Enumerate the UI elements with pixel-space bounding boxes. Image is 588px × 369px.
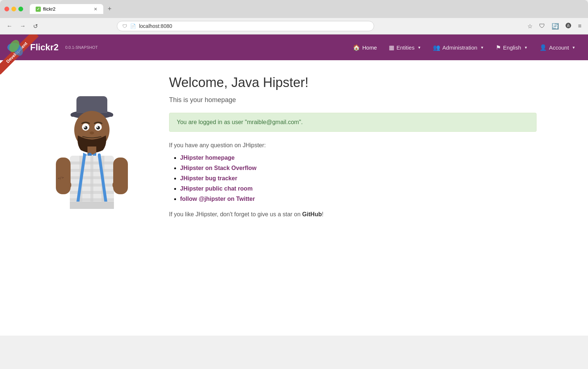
svg-rect-33 <box>70 202 114 209</box>
brand-name: Flickr2 <box>30 42 58 53</box>
traffic-lights <box>4 7 23 11</box>
navbar-brand[interactable]: Flickr2 0.0.1-SNAPSHOT <box>7 38 98 57</box>
pocket-button[interactable]: 🛡 <box>537 21 547 31</box>
browser-chrome: flickr2 ✕ + ← → ↺ 🛡 📄 localhost:8080 ☆ 🛡… <box>0 0 588 35</box>
github-link[interactable]: GitHub <box>302 211 322 217</box>
svg-point-12 <box>97 126 98 128</box>
github-prefix: If you like JHipster, don't forget to gi… <box>169 211 302 217</box>
language-icon: ⚑ <box>496 44 501 51</box>
page-icon: 📄 <box>130 23 136 29</box>
language-dropdown-arrow: ▼ <box>524 46 528 50</box>
maximize-window-button[interactable] <box>18 7 23 11</box>
browser-toolbar: ← → ↺ 🛡 📄 localhost:8080 ☆ 🛡 🔄 🅐 ≡ <box>0 18 588 35</box>
url-text: localhost:8080 <box>139 23 369 29</box>
nav-language-label: English <box>503 44 521 51</box>
nav-home[interactable]: 🏠 Home <box>348 41 382 54</box>
logged-in-message: You are logged in as user "mraible@gmail… <box>177 119 303 125</box>
tab-close-button[interactable]: ✕ <box>94 7 97 12</box>
content-area: Welcome, Java Hipster! This is your home… <box>169 71 537 227</box>
active-tab[interactable]: flickr2 ✕ <box>30 4 103 14</box>
extension-button[interactable]: 🅐 <box>563 21 574 31</box>
titlebar: flickr2 ✕ + <box>0 0 588 18</box>
svg-point-11 <box>84 126 86 128</box>
svg-point-30 <box>60 180 71 190</box>
jhipster-chatroom-link[interactable]: JHipster public chat room <box>180 185 252 192</box>
home-icon: 🏠 <box>353 44 360 51</box>
jhipster-bugtracker-link[interactable]: JHipster bug tracker <box>180 175 237 181</box>
nav-administration-label: Administration <box>442 44 477 51</box>
question-text: If you have any question on JHipster: <box>169 142 537 149</box>
github-text: If you like JHipster, don't forget to gi… <box>169 211 537 218</box>
nav-account[interactable]: 👤 Account ▼ <box>534 41 581 54</box>
back-button[interactable]: ← <box>4 21 15 31</box>
toolbar-icons: ☆ 🛡 🔄 🅐 ≡ <box>525 21 584 31</box>
nav-entities-label: Entities <box>397 44 415 51</box>
jhipster-stackoverflow-link[interactable]: JHipster on Stack Overflow <box>180 165 257 171</box>
minimize-window-button[interactable] <box>11 7 16 11</box>
list-item: follow @jhipster on Twitter <box>180 196 537 202</box>
forward-button[interactable]: → <box>18 21 28 31</box>
jhipster-links-list: JHipster homepage JHipster on Stack Over… <box>180 155 537 202</box>
logged-in-alert: You are logged in as user "mraible@gmail… <box>169 113 537 132</box>
administration-dropdown-arrow: ▼ <box>480 46 484 50</box>
sync-button[interactable]: 🔄 <box>549 21 561 31</box>
tab-title: flickr2 <box>43 6 55 12</box>
account-dropdown-arrow: ▼ <box>572 46 576 50</box>
jhipster-twitter-link[interactable]: follow @jhipster on Twitter <box>180 196 255 202</box>
subtitle: This is your homepage <box>169 96 537 104</box>
brand-logo <box>7 38 26 57</box>
list-item: JHipster bug tracker <box>180 175 537 182</box>
brand-version: 0.0.1-SNAPSHOT <box>65 45 98 50</box>
navbar-nav: 🏠 Home ▦ Entities ▼ 👥 Administration ▼ ⚑… <box>348 41 581 54</box>
nav-language[interactable]: ⚑ English ▼ <box>491 41 533 54</box>
administration-icon: 👥 <box>433 44 440 51</box>
app-wrapper: Development Flickr2 0.0.1-SNAPSHOT 🏠 Hom… <box>0 35 588 336</box>
shield-icon: 🛡 <box>122 23 127 29</box>
jhipster-homepage-link[interactable]: JHipster homepage <box>180 155 234 161</box>
entities-icon: ▦ <box>389 44 394 51</box>
svg-point-31 <box>112 180 124 190</box>
github-suffix: ! <box>322 211 323 217</box>
refresh-button[interactable]: ↺ <box>31 21 40 31</box>
list-item: JHipster public chat room <box>180 185 537 192</box>
entities-dropdown-arrow: ▼ <box>417 46 421 50</box>
new-tab-button[interactable]: + <box>105 4 115 14</box>
svg-point-10 <box>96 126 100 130</box>
list-item: JHipster on Stack Overflow <box>180 165 537 171</box>
main-content: </> Welcome, Java Hipster! This is your … <box>37 60 551 238</box>
tab-favicon <box>36 7 41 12</box>
tab-bar: flickr2 ✕ + <box>30 4 115 14</box>
svg-point-13 <box>90 131 94 134</box>
menu-button[interactable]: ≡ <box>576 21 584 31</box>
navbar: Development Flickr2 0.0.1-SNAPSHOT 🏠 Hom… <box>0 35 588 60</box>
bookmark-button[interactable]: ☆ <box>525 21 535 31</box>
nav-home-label: Home <box>362 44 377 51</box>
nav-account-label: Account <box>549 44 569 51</box>
hipster-image-container: </> <box>51 71 154 227</box>
list-item: JHipster homepage <box>180 155 537 161</box>
welcome-title: Welcome, Java Hipster! <box>169 75 537 90</box>
nav-administration[interactable]: 👥 Administration ▼ <box>428 41 489 54</box>
svg-point-9 <box>84 126 87 130</box>
hipster-svg: </> <box>51 71 132 225</box>
address-bar[interactable]: 🛡 📄 localhost:8080 <box>117 21 374 31</box>
account-icon: 👤 <box>539 44 547 51</box>
close-window-button[interactable] <box>4 7 9 11</box>
nav-entities[interactable]: ▦ Entities ▼ <box>384 41 426 54</box>
